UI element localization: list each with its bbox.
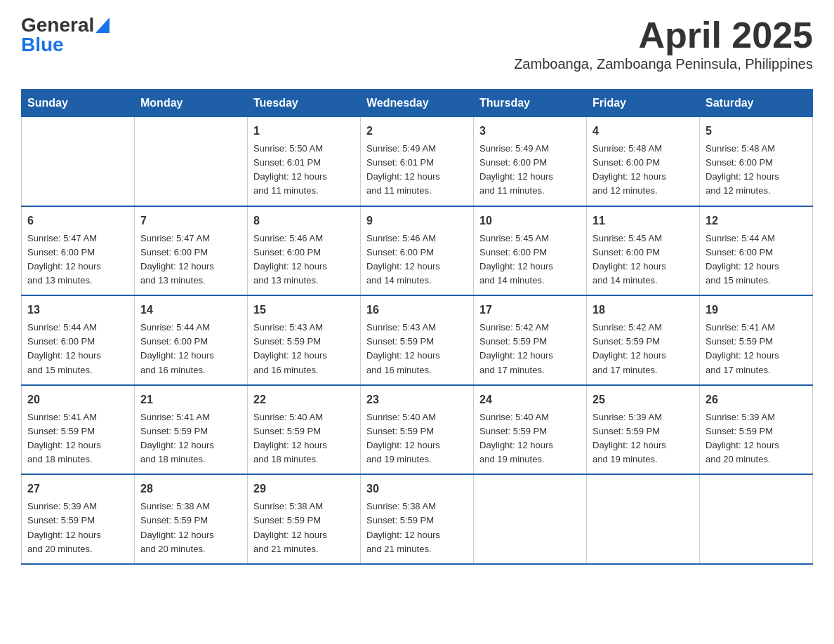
day-number: 28 <box>140 481 241 497</box>
calendar-cell: 24Sunrise: 5:40 AM Sunset: 5:59 PM Dayli… <box>474 385 587 475</box>
day-number: 27 <box>27 481 128 497</box>
calendar-cell: 22Sunrise: 5:40 AM Sunset: 5:59 PM Dayli… <box>248 385 361 475</box>
calendar-cell: 29Sunrise: 5:38 AM Sunset: 5:59 PM Dayli… <box>248 474 361 564</box>
day-number: 23 <box>366 391 468 408</box>
day-info: Sunrise: 5:43 AM Sunset: 5:59 PM Dayligh… <box>253 321 355 377</box>
col-wednesday: Wednesday <box>361 90 474 117</box>
day-info: Sunrise: 5:46 AM Sunset: 6:00 PM Dayligh… <box>366 232 468 288</box>
day-number: 6 <box>27 213 128 229</box>
calendar-week-row: 27Sunrise: 5:39 AM Sunset: 5:59 PM Dayli… <box>22 474 813 564</box>
calendar-cell: 19Sunrise: 5:41 AM Sunset: 5:59 PM Dayli… <box>700 295 813 385</box>
calendar-cell: 26Sunrise: 5:39 AM Sunset: 5:59 PM Dayli… <box>700 385 813 475</box>
calendar-table: Sunday Monday Tuesday Wednesday Thursday… <box>21 89 813 565</box>
col-monday: Monday <box>135 90 248 117</box>
logo: General Blue <box>21 14 110 56</box>
day-number: 12 <box>706 213 807 229</box>
col-sunday: Sunday <box>22 90 135 117</box>
day-info: Sunrise: 5:40 AM Sunset: 5:59 PM Dayligh… <box>253 410 355 467</box>
day-number: 16 <box>366 302 468 318</box>
calendar-week-row: 13Sunrise: 5:44 AM Sunset: 6:00 PM Dayli… <box>22 295 813 385</box>
day-number: 24 <box>479 391 581 408</box>
day-info: Sunrise: 5:46 AM Sunset: 6:00 PM Dayligh… <box>253 232 355 288</box>
day-number: 30 <box>366 481 468 497</box>
day-number: 3 <box>479 123 581 140</box>
day-info: Sunrise: 5:38 AM Sunset: 5:59 PM Dayligh… <box>366 499 468 556</box>
day-info: Sunrise: 5:39 AM Sunset: 5:59 PM Dayligh… <box>706 410 807 467</box>
day-info: Sunrise: 5:47 AM Sunset: 6:00 PM Dayligh… <box>27 232 128 288</box>
day-number: 1 <box>253 123 355 140</box>
calendar-cell: 30Sunrise: 5:38 AM Sunset: 5:59 PM Dayli… <box>361 474 474 564</box>
calendar-cell: 5Sunrise: 5:48 AM Sunset: 6:00 PM Daylig… <box>700 117 813 206</box>
calendar-cell: 7Sunrise: 5:47 AM Sunset: 6:00 PM Daylig… <box>135 206 248 296</box>
col-tuesday: Tuesday <box>248 90 361 117</box>
calendar-cell <box>700 474 813 564</box>
day-info: Sunrise: 5:39 AM Sunset: 5:59 PM Dayligh… <box>593 410 694 467</box>
day-number: 9 <box>366 213 468 229</box>
col-saturday: Saturday <box>700 90 813 117</box>
day-number: 10 <box>479 213 581 229</box>
day-number: 18 <box>593 302 694 318</box>
calendar-cell: 17Sunrise: 5:42 AM Sunset: 5:59 PM Dayli… <box>474 295 587 385</box>
day-number: 4 <box>593 123 694 140</box>
calendar-cell: 2Sunrise: 5:49 AM Sunset: 6:01 PM Daylig… <box>361 117 474 206</box>
calendar-cell: 27Sunrise: 5:39 AM Sunset: 5:59 PM Dayli… <box>22 474 135 564</box>
calendar-week-row: 1Sunrise: 5:50 AM Sunset: 6:01 PM Daylig… <box>22 117 813 206</box>
calendar-cell: 20Sunrise: 5:41 AM Sunset: 5:59 PM Dayli… <box>22 385 135 475</box>
page-title: April 2025 <box>638 14 813 56</box>
day-info: Sunrise: 5:44 AM Sunset: 6:00 PM Dayligh… <box>140 321 241 377</box>
day-number: 15 <box>253 302 355 318</box>
calendar-week-row: 20Sunrise: 5:41 AM Sunset: 5:59 PM Dayli… <box>22 385 813 475</box>
header-row: Sunday Monday Tuesday Wednesday Thursday… <box>22 90 813 117</box>
day-number: 8 <box>253 213 355 229</box>
logo-triangle-icon <box>95 18 110 33</box>
calendar-cell <box>22 117 135 206</box>
day-info: Sunrise: 5:40 AM Sunset: 5:59 PM Dayligh… <box>366 410 468 467</box>
day-info: Sunrise: 5:44 AM Sunset: 6:00 PM Dayligh… <box>706 232 807 288</box>
day-info: Sunrise: 5:42 AM Sunset: 5:59 PM Dayligh… <box>593 321 694 377</box>
calendar-cell: 14Sunrise: 5:44 AM Sunset: 6:00 PM Dayli… <box>135 295 248 385</box>
calendar-week-row: 6Sunrise: 5:47 AM Sunset: 6:00 PM Daylig… <box>22 206 813 296</box>
calendar-cell: 18Sunrise: 5:42 AM Sunset: 5:59 PM Dayli… <box>587 295 700 385</box>
day-number: 26 <box>706 391 807 408</box>
calendar-cell: 15Sunrise: 5:43 AM Sunset: 5:59 PM Dayli… <box>248 295 361 385</box>
calendar-cell: 8Sunrise: 5:46 AM Sunset: 6:00 PM Daylig… <box>248 206 361 296</box>
day-number: 21 <box>140 391 241 408</box>
day-number: 22 <box>253 391 355 408</box>
calendar-cell <box>587 474 700 564</box>
day-info: Sunrise: 5:39 AM Sunset: 5:59 PM Dayligh… <box>27 499 128 556</box>
day-info: Sunrise: 5:50 AM Sunset: 6:01 PM Dayligh… <box>253 142 355 199</box>
calendar-cell: 1Sunrise: 5:50 AM Sunset: 6:01 PM Daylig… <box>248 117 361 206</box>
calendar-cell: 13Sunrise: 5:44 AM Sunset: 6:00 PM Dayli… <box>22 295 135 385</box>
day-info: Sunrise: 5:48 AM Sunset: 6:00 PM Dayligh… <box>593 142 694 199</box>
calendar-cell: 4Sunrise: 5:48 AM Sunset: 6:00 PM Daylig… <box>587 117 700 206</box>
day-info: Sunrise: 5:41 AM Sunset: 5:59 PM Dayligh… <box>706 321 807 377</box>
calendar-cell: 12Sunrise: 5:44 AM Sunset: 6:00 PM Dayli… <box>700 206 813 296</box>
header-right: April 2025 Zamboanga, Zamboanga Peninsul… <box>514 14 813 82</box>
day-info: Sunrise: 5:48 AM Sunset: 6:00 PM Dayligh… <box>706 142 807 199</box>
day-info: Sunrise: 5:38 AM Sunset: 5:59 PM Dayligh… <box>140 499 241 556</box>
svg-marker-0 <box>95 18 110 33</box>
day-number: 19 <box>706 302 807 318</box>
calendar-cell: 28Sunrise: 5:38 AM Sunset: 5:59 PM Dayli… <box>135 474 248 564</box>
calendar-cell: 16Sunrise: 5:43 AM Sunset: 5:59 PM Dayli… <box>361 295 474 385</box>
page-subtitle: Zamboanga, Zamboanga Peninsula, Philippi… <box>514 56 813 72</box>
day-number: 2 <box>366 123 468 140</box>
day-number: 7 <box>140 213 241 229</box>
day-info: Sunrise: 5:40 AM Sunset: 5:59 PM Dayligh… <box>479 410 581 467</box>
calendar-body: 1Sunrise: 5:50 AM Sunset: 6:01 PM Daylig… <box>22 117 813 564</box>
day-number: 11 <box>593 213 694 229</box>
day-info: Sunrise: 5:45 AM Sunset: 6:00 PM Dayligh… <box>593 232 694 288</box>
calendar-header: Sunday Monday Tuesday Wednesday Thursday… <box>22 90 813 117</box>
calendar-cell: 25Sunrise: 5:39 AM Sunset: 5:59 PM Dayli… <box>587 385 700 475</box>
day-info: Sunrise: 5:41 AM Sunset: 5:59 PM Dayligh… <box>27 410 128 467</box>
calendar-cell: 6Sunrise: 5:47 AM Sunset: 6:00 PM Daylig… <box>22 206 135 296</box>
day-number: 14 <box>140 302 241 318</box>
calendar-cell <box>474 474 587 564</box>
calendar-cell: 11Sunrise: 5:45 AM Sunset: 6:00 PM Dayli… <box>587 206 700 296</box>
calendar-cell <box>135 117 248 206</box>
day-info: Sunrise: 5:49 AM Sunset: 6:01 PM Dayligh… <box>366 142 468 199</box>
day-info: Sunrise: 5:44 AM Sunset: 6:00 PM Dayligh… <box>27 321 128 377</box>
logo-blue-text: Blue <box>21 34 64 55</box>
day-info: Sunrise: 5:41 AM Sunset: 5:59 PM Dayligh… <box>140 410 241 467</box>
calendar-cell: 23Sunrise: 5:40 AM Sunset: 5:59 PM Dayli… <box>361 385 474 475</box>
